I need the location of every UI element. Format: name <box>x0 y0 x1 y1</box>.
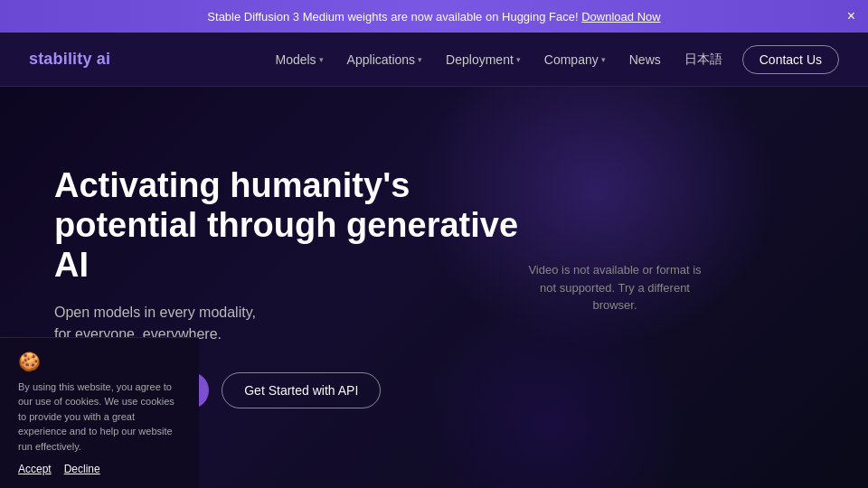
nav-item-applications[interactable]: Applications ▾ <box>338 47 432 72</box>
chevron-down-icon: ▾ <box>418 55 422 64</box>
chevron-down-icon: ▾ <box>516 55 521 64</box>
nav-item-news[interactable]: News <box>620 47 670 72</box>
cookie-buttons: Accept Decline <box>18 463 181 475</box>
get-started-api-button[interactable]: Get Started with API <box>222 372 381 408</box>
cookie-text: By using this website, you agree to our … <box>18 380 181 455</box>
announcement-text: Stable Diffusion 3 Medium weights are no… <box>207 10 660 23</box>
nav-label-deployment: Deployment <box>446 52 514 67</box>
nav-item-models[interactable]: Models ▾ <box>266 47 332 72</box>
announcement-message: Stable Diffusion 3 Medium weights are no… <box>207 10 578 23</box>
navbar: stability ai Models ▾ Applications ▾ Dep… <box>0 33 868 87</box>
logo-text: stability ai <box>29 50 110 68</box>
nav-item-company[interactable]: Company ▾ <box>535 47 615 72</box>
cookie-banner: 🍪 By using this website, you agree to ou… <box>0 337 199 489</box>
cookie-icon: 🍪 <box>18 351 181 372</box>
chevron-down-icon: ▾ <box>601 55 606 64</box>
contact-us-button[interactable]: Contact Us <box>742 45 839 74</box>
announcement-close-button[interactable]: × <box>847 9 855 23</box>
chevron-down-icon: ▾ <box>319 55 324 64</box>
announcement-link[interactable]: Download Now <box>581 10 660 23</box>
nav-label-models: Models <box>275 52 316 67</box>
announcement-bar: Stable Diffusion 3 Medium weights are no… <box>0 0 868 33</box>
nav-item-japanese[interactable]: 日本語 <box>675 46 731 73</box>
hero-title: Activating humanity's potential through … <box>54 166 561 285</box>
nav-item-deployment[interactable]: Deployment ▾ <box>437 47 530 72</box>
cookie-accept-button[interactable]: Accept <box>18 463 52 475</box>
nav-label-applications: Applications <box>347 52 416 67</box>
nav-links: Models ▾ Applications ▾ Deployment ▾ Com… <box>266 45 839 74</box>
video-placeholder: Video is not available or format is not … <box>524 261 705 314</box>
nav-label-company: Company <box>544 52 599 67</box>
nav-label-japanese: 日本語 <box>684 52 722 68</box>
nav-label-news: News <box>629 52 661 67</box>
logo[interactable]: stability ai <box>29 50 110 69</box>
cookie-decline-button[interactable]: Decline <box>64 463 100 475</box>
